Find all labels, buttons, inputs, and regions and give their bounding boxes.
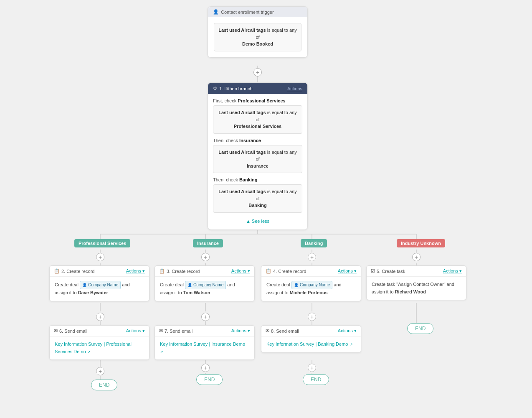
record-icon-3: 📋	[159, 268, 165, 274]
end-node-insurance: END	[196, 374, 223, 385]
send-email-7-actions[interactable]: Actions ▾	[231, 328, 250, 334]
create-record-4-title: 4. Create record	[273, 269, 306, 274]
send-email-6-body: Key Information Survey | Professional Se…	[50, 336, 149, 359]
branch-card: ⚙ 1. If/then branch Actions First, check…	[208, 82, 308, 230]
send-email-6: ✉ 6. Send email Actions ▾ Key Informatio…	[49, 325, 149, 360]
branch-label-professional: Professional Services	[74, 239, 130, 247]
email-link-6[interactable]: Key Information Survey | Professional Se…	[55, 342, 132, 354]
create-task-5: ☑ 5. Create task Actions ▾ Create task "…	[366, 265, 466, 300]
plus-trigger-branch[interactable]: +	[253, 68, 262, 76]
send-email-8: ✉ 8. Send email Actions ▾ Key Informatio…	[261, 325, 361, 353]
branch-body: First, check Professional Services Last …	[208, 94, 307, 229]
trigger-body: Last used Aircall tags is equal to any o…	[208, 17, 307, 57]
branch-label-insurance: Insurance	[193, 239, 223, 247]
see-less-button[interactable]: ▲ See less	[213, 217, 302, 225]
create-record-4-actions[interactable]: Actions ▾	[338, 268, 357, 274]
company-token-4: 👤 Company Name	[291, 281, 332, 289]
create-record-4-body: Create deal 👤 Company Name and assign it…	[261, 277, 361, 301]
send-email-6-title: 6. Send email	[59, 329, 87, 334]
send-email-8-actions[interactable]: Actions ▾	[338, 328, 357, 334]
send-email-7: ✉ 7. Send email Actions ▾ Key Informatio…	[155, 325, 255, 360]
trigger-condition-label: Last used Aircall tags is equal to any o…	[218, 28, 296, 40]
end-node-professional: END	[91, 380, 117, 390]
send-email-7-body: Key Information Survey | Insurance Demo …	[155, 336, 254, 359]
create-record-2-body: Create deal 👤 Company Name and assign it…	[50, 277, 149, 301]
create-record-3-actions[interactable]: Actions ▾	[231, 268, 250, 274]
branch-condition-1: Last used Aircall tags is equal to any o…	[213, 145, 302, 173]
trigger-condition: Last used Aircall tags is equal to any o…	[214, 23, 301, 51]
flow-canvas: 👤 Contact enrollment trigger Last used A…	[0, 0, 532, 410]
create-record-2-title: 2. Create record	[61, 269, 94, 274]
external-icon-6: ↗	[87, 350, 91, 354]
task-icon-5: ☑	[371, 268, 375, 274]
end-node-banking: END	[303, 374, 329, 385]
branch-section-label-1: Then, check Insurance	[213, 138, 302, 143]
branch-section-1: Then, check Insurance Last used Aircall …	[213, 138, 302, 173]
email-link-7[interactable]: Key Information Survey | Insurance Demo …	[160, 342, 245, 354]
branch-label-unknown: Industry Unknown	[397, 239, 445, 247]
end-node-unknown: END	[407, 323, 433, 334]
trigger-card: 👤 Contact enrollment trigger Last used A…	[208, 6, 308, 58]
email-icon-6: ✉	[54, 328, 58, 334]
create-task-5-body: Create task "Assign Contact Owner" and a…	[367, 277, 466, 300]
send-email-8-title: 8. Send email	[271, 329, 299, 334]
branch-section-0: First, check Professional Services Last …	[213, 98, 302, 134]
create-record-4-header: 📋 4. Create record Actions ▾	[261, 266, 361, 277]
create-record-3-header: 📋 3. Create record Actions ▾	[155, 266, 254, 277]
branch-section-label-0: First, check Professional Services	[213, 98, 302, 103]
create-record-3-title: 3. Create record	[167, 269, 200, 274]
plus-professional-2[interactable]: +	[96, 313, 104, 321]
plus-insurance-2[interactable]: +	[201, 313, 210, 321]
create-record-2: 📋 2. Create record Actions ▾ Create deal…	[49, 265, 149, 301]
branch-section-2: Then, check Banking Last used Aircall ta…	[213, 177, 302, 213]
plus-insurance-3[interactable]: +	[201, 364, 210, 372]
email-link-8[interactable]: Key Information Survey | Banking Demo ↗	[266, 342, 353, 347]
create-task-5-actions[interactable]: Actions ▾	[443, 268, 462, 274]
record-icon-4: 📋	[266, 268, 271, 274]
create-task-5-title: 5. Create task	[377, 269, 405, 274]
branch-condition-2: Last used Aircall tags is equal to any o…	[213, 184, 302, 213]
create-task-5-header: ☑ 5. Create task Actions ▾	[367, 266, 466, 277]
plus-unknown-1[interactable]: +	[412, 253, 421, 261]
branch-actions-link[interactable]: Actions	[287, 86, 302, 91]
trigger-condition-value: Demo Booked	[242, 41, 273, 46]
branch-label-banking: Banking	[301, 239, 327, 247]
company-token-2: 👤 Company Name	[80, 281, 121, 289]
branch-title: 1. If/then branch	[219, 86, 253, 91]
branch-header: ⚙ 1. If/then branch Actions	[208, 83, 307, 94]
create-record-2-header: 📋 2. Create record Actions ▾	[50, 266, 149, 277]
create-record-2-actions[interactable]: Actions ▾	[126, 268, 145, 274]
send-email-7-title: 7. Send email	[165, 329, 193, 334]
plus-banking-1[interactable]: +	[308, 253, 316, 261]
send-email-8-header: ✉ 8. Send email Actions ▾	[261, 326, 361, 336]
send-email-6-header: ✉ 6. Send email Actions ▾	[50, 326, 149, 336]
branch-icon: ⚙	[213, 86, 217, 91]
plus-professional-1[interactable]: +	[96, 253, 104, 261]
branch-section-label-2: Then, check Banking	[213, 177, 302, 182]
chevron-up-icon: ▲	[246, 219, 251, 224]
create-record-3-body: Create deal 👤 Company Name and assign it…	[155, 277, 254, 301]
person-icon: 👤	[213, 9, 219, 15]
plus-insurance-1[interactable]: +	[201, 253, 210, 261]
email-icon-7: ✉	[159, 328, 163, 334]
branch-condition-0: Last used Aircall tags is equal to any o…	[213, 105, 302, 134]
plus-professional-3[interactable]: +	[96, 367, 104, 375]
external-icon-8: ↗	[350, 342, 353, 347]
trigger-title: Contact enrollment trigger	[221, 10, 274, 15]
plus-banking-2[interactable]: +	[308, 313, 316, 321]
record-icon-2: 📋	[54, 268, 60, 274]
external-icon-7: ↗	[160, 350, 163, 354]
send-email-6-actions[interactable]: Actions ▾	[126, 328, 145, 334]
send-email-7-header: ✉ 7. Send email Actions ▾	[155, 326, 254, 336]
send-email-8-body: Key Information Survey | Banking Demo ↗	[261, 336, 361, 352]
create-record-3: 📋 3. Create record Actions ▾ Create deal…	[155, 265, 255, 301]
plus-banking-3[interactable]: +	[308, 364, 316, 372]
trigger-header: 👤 Contact enrollment trigger	[208, 7, 307, 17]
company-token-3: 👤 Company Name	[185, 281, 226, 289]
create-record-4: 📋 4. Create record Actions ▾ Create deal…	[261, 265, 361, 301]
email-icon-8: ✉	[266, 328, 269, 334]
